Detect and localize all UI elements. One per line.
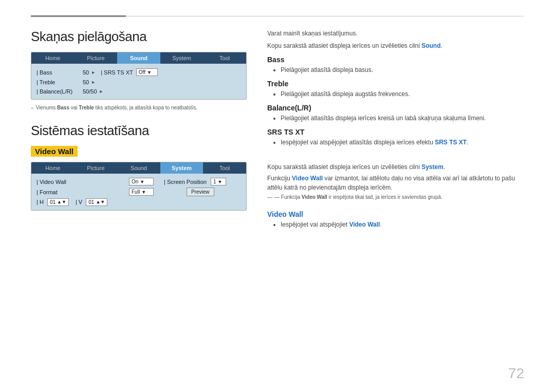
balance-label: | Balance(L/R) xyxy=(36,88,83,95)
sys-tab-system[interactable]: System xyxy=(160,162,203,174)
format-label: | Format xyxy=(36,189,58,195)
right2-intro2: Funkciju Video Wall var izmantot, lai at… xyxy=(267,174,524,192)
videowall-right-heading: Video Wall xyxy=(267,210,524,218)
treble-row: | Treble 50 ► xyxy=(36,78,241,87)
bass-bullet: Pielāgojiet atlasītā displeja basus. xyxy=(281,65,524,74)
sys-tab-tool[interactable]: Tool xyxy=(203,162,246,174)
section1-note: – Vienums Bass vai Treble tiks atspēkots… xyxy=(31,105,247,110)
right-intro1: Varat mainīt skaņas iestatījumus. xyxy=(267,29,524,38)
srs-section: SRS TS XT Iespējojiet vai atspējojiet at… xyxy=(267,128,524,147)
balance-value[interactable]: 50/50 ► xyxy=(83,88,103,95)
right2-intro1: Kopu sarakstā atlasiet displeja ierīces … xyxy=(267,162,524,172)
right-column: Varat mainīt skaņas iestatījumus. Kopu s… xyxy=(267,29,524,230)
bass-section: Bass Pielāgojiet atlasītā displeja basus… xyxy=(267,55,524,74)
balance-bullet: Pielāgojiet atlasītās displeja ierīces k… xyxy=(281,114,524,123)
section1-right: Varat mainīt skaņas iestatījumus. Kopu s… xyxy=(267,29,524,147)
srs-row-inline: | SRS TS XT Off ▼ xyxy=(101,68,241,76)
treble-value[interactable]: 50 ► xyxy=(83,79,96,85)
sound-menu-tabs: Home Picture Sound System Tool xyxy=(31,52,246,64)
v-spinner[interactable]: 01 ▲▼ xyxy=(86,198,107,206)
tab-picture[interactable]: Picture xyxy=(75,52,118,64)
sys-tab-home[interactable]: Home xyxy=(31,162,75,174)
treble-heading: Treble xyxy=(267,80,524,88)
bass-row: | Bass 50 ► | SRS TS XT Off ▼ xyxy=(36,67,241,78)
h-spinner[interactable]: 01 ▲▼ xyxy=(47,198,69,206)
sys-tab-picture[interactable]: Picture xyxy=(75,162,118,174)
srs-select[interactable]: Off ▼ xyxy=(136,68,158,76)
page-number: 72 xyxy=(508,365,524,382)
tab-sound[interactable]: Sound xyxy=(117,52,160,64)
preview-button[interactable]: Preview xyxy=(187,188,214,196)
section2-title: Sistēmas iestatīšana xyxy=(31,123,247,139)
videowall-right-section: Video Wall Iespējojiet vai atspējojiet V… xyxy=(267,210,524,229)
balance-section: Balance(L/R) Pielāgojiet atlasītās displ… xyxy=(267,104,524,123)
treble-bullet: Pielāgojiet atlasītā displeja augstās fr… xyxy=(281,89,524,99)
system-menu-tabs: Home Picture Sound System Tool xyxy=(31,162,246,174)
v-label: | V xyxy=(76,199,82,205)
sound-menu-body: | Bass 50 ► | SRS TS XT Off ▼ xyxy=(31,64,246,99)
system-menu-ui: Home Picture Sound System Tool | Video W… xyxy=(31,162,247,211)
bass-heading: Bass xyxy=(267,55,524,64)
section2-right: Kopu sarakstā atlasiet displeja ierīces … xyxy=(267,162,524,229)
srs-heading: SRS TS XT xyxy=(267,128,524,136)
sound-link: Sound xyxy=(421,42,440,49)
balance-row: | Balance(L/R) 50/50 ► xyxy=(36,87,241,96)
system-link: System xyxy=(421,163,443,171)
srs-bullet: Iespējojiet vai atspējojiet atlasītās di… xyxy=(281,138,524,147)
section2-note: — — Funkcija Video Wall ir iespējota tik… xyxy=(267,194,524,200)
right-intro2: Kopu sarakstā atlasiet displeja ierīces … xyxy=(267,41,524,50)
tab-home[interactable]: Home xyxy=(31,52,75,64)
section1-title: Skaņas pielāgošana xyxy=(31,29,247,45)
section2-container: Sistēmas iestatīšana Video Wall Home Pic… xyxy=(31,123,247,211)
videowall-on-select[interactable]: On▼ xyxy=(129,178,154,185)
videowall-link1: Video Wall xyxy=(292,175,323,182)
sound-menu-ui: Home Picture Sound System Tool | Bass 50… xyxy=(31,52,247,100)
video-wall-badge: Video Wall xyxy=(31,146,78,157)
h-label: | H xyxy=(36,199,44,205)
videowall-right-bullet: Iespējojiet vai atspējojiet Video Wall. xyxy=(281,220,524,229)
videowall-label: | Video Wall xyxy=(36,179,66,185)
tab-system[interactable]: System xyxy=(160,52,203,64)
hv-row: | H 01 ▲▼ | V 01 ▲▼ xyxy=(36,197,241,207)
tab-tool[interactable]: Tool xyxy=(203,52,246,64)
format-row: | Format Full▼ Preview xyxy=(36,186,241,197)
treble-label: | Treble xyxy=(36,79,83,85)
format-select[interactable]: Full▼ xyxy=(129,188,154,196)
screen-position-select[interactable]: 1▼ xyxy=(211,178,226,185)
balance-heading: Balance(L/R) xyxy=(267,104,524,112)
videowall-row: | Video Wall On▼ | Screen Position 1▼ xyxy=(36,177,241,186)
sys-tab-sound[interactable]: Sound xyxy=(117,162,160,174)
bass-value[interactable]: 50 ► xyxy=(83,69,96,76)
treble-section: Treble Pielāgojiet atlasītā displeja aug… xyxy=(267,80,524,99)
screen-position-label: | Screen Position xyxy=(164,179,207,185)
bass-label: | Bass xyxy=(36,69,83,76)
videowall-bullet-link: Video Wall xyxy=(349,221,380,228)
videowall-note-link: Video Wall xyxy=(302,194,327,200)
system-menu-body: | Video Wall On▼ | Screen Position 1▼ xyxy=(31,174,246,210)
srs-link: SRS TS XT xyxy=(435,139,467,146)
